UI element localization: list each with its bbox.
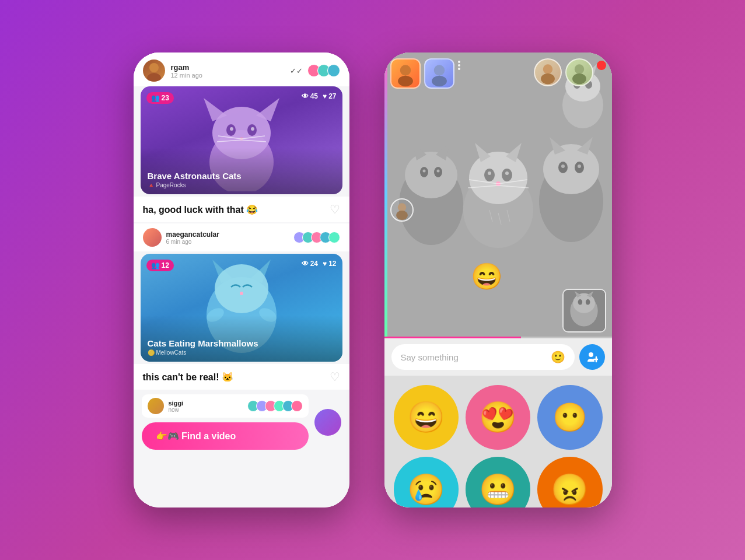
left-phone-screen: rgam 12 min ago ✓✓ xyxy=(134,52,349,508)
svg-point-24 xyxy=(405,152,457,198)
svg-point-63 xyxy=(433,65,444,75)
emoji-cry[interactable]: 😢 xyxy=(394,457,459,508)
heart-icon-2: ♥ xyxy=(323,260,327,268)
phones-container: rgam 12 min ago ✓✓ xyxy=(134,52,612,508)
emoji-weird[interactable]: 😬 xyxy=(466,457,530,508)
views-stat-1: 👁 45 xyxy=(302,92,318,100)
live-avatar-2 xyxy=(424,58,454,89)
subtitle-icon-1: 🔺 xyxy=(148,182,155,188)
feed-card-2[interactable]: 👥 12 👁 24 ♥ 12 Cats Ea xyxy=(141,254,342,362)
heart-icon-1: ♥ xyxy=(323,92,327,100)
svg-point-70 xyxy=(396,210,408,219)
badge-viewers-2: 👥 12 xyxy=(146,260,174,271)
comment-heart-2[interactable]: ♡ xyxy=(330,370,340,384)
top-right-avatars xyxy=(534,58,606,86)
emoji-angry[interactable]: 😠 xyxy=(537,457,602,508)
viewers-icon-2: 👥 xyxy=(151,261,160,270)
hearts-stat-1: ♥ 27 xyxy=(323,92,336,100)
feed-header: rgam 12 min ago ✓✓ xyxy=(134,52,349,86)
svg-point-68 xyxy=(572,74,586,84)
header-username: rgam xyxy=(171,63,284,72)
find-video-button[interactable]: 👉🎮 Find a video xyxy=(142,422,309,450)
svg-point-61 xyxy=(400,65,410,75)
badge-stats-1: 👁 45 ♥ 27 xyxy=(302,92,337,100)
card-title-2: Cats Eating Marshmallows xyxy=(148,338,258,348)
viewers-count-2: 12 xyxy=(162,261,169,270)
svg-point-1 xyxy=(147,73,161,82)
usertime-2: now xyxy=(169,407,184,413)
live-top-bar xyxy=(384,52,612,94)
bottom-left: siggi now 👉 xyxy=(142,394,309,450)
comment-text-2: this can't be real! 🐱 xyxy=(143,372,330,383)
card-subtitle-1: 🔺 PageRocks xyxy=(148,182,242,188)
emoji-love[interactable]: 😍 xyxy=(466,385,530,450)
eye-icon: 👁 xyxy=(302,92,309,100)
avatar-group xyxy=(307,64,340,77)
svg-point-37 xyxy=(488,172,491,175)
user-avatars-2 xyxy=(247,400,303,412)
card-subtitle-2: 🟡 MellowCats xyxy=(148,349,258,356)
svg-point-78 xyxy=(589,352,593,357)
emoji-grid: 😄 😍 😶 😢 😬 😠 xyxy=(384,376,612,508)
svg-point-77 xyxy=(585,299,590,304)
svg-point-18 xyxy=(215,264,268,313)
header-info: rgam 12 min ago xyxy=(171,63,284,79)
header-time: 12 min ago xyxy=(171,72,284,79)
feed-card-1[interactable]: 👥 23 👁 45 ♥ 27 xyxy=(141,86,342,194)
svg-point-76 xyxy=(578,299,582,304)
live-left-border xyxy=(384,52,387,338)
emoji-surprised[interactable]: 😶 xyxy=(537,385,602,450)
user-row-1: maegancatcular 6 min ago xyxy=(134,223,349,251)
svg-point-62 xyxy=(398,76,413,86)
add-people-button[interactable] xyxy=(579,344,605,370)
live-avatar-4 xyxy=(565,58,593,86)
emoji-picker-icon[interactable]: 🙂 xyxy=(551,350,565,364)
live-video: 😄 xyxy=(384,52,612,338)
svg-point-29 xyxy=(422,170,425,173)
emoji-laugh[interactable]: 😄 xyxy=(394,385,459,450)
svg-point-69 xyxy=(397,203,405,211)
live-red-dot xyxy=(597,61,606,70)
svg-point-73 xyxy=(573,293,595,313)
live-dots-menu xyxy=(458,61,460,70)
checkmark-icon: ✓✓ xyxy=(290,66,303,75)
svg-point-0 xyxy=(149,63,159,72)
svg-point-9 xyxy=(251,127,254,131)
user-info-2: siggi now xyxy=(169,400,184,413)
live-progress-fill xyxy=(384,337,521,338)
bottom-action-row: siggi now 👉 xyxy=(134,391,349,454)
card-title-1: Brave Astronauts Cats xyxy=(148,171,242,181)
left-phone: rgam 12 min ago ✓✓ xyxy=(134,52,349,508)
svg-point-8 xyxy=(230,127,233,131)
live-avatar-1 xyxy=(390,58,421,89)
svg-point-65 xyxy=(543,64,552,74)
ua-5 xyxy=(328,232,340,243)
say-something-input[interactable]: Say something 🙂 xyxy=(391,344,575,370)
svg-point-19 xyxy=(240,292,243,295)
hearts-stat-2: ♥ 12 xyxy=(323,260,336,268)
user-avatars-1 xyxy=(293,232,340,243)
comment-row-2: this can't be real! 🐱 ♡ xyxy=(134,364,349,390)
floating-emoji: 😄 xyxy=(471,261,503,292)
username-1: maegancatcular xyxy=(166,230,289,239)
user-avatar-1 xyxy=(143,228,162,247)
card-title-area-2: Cats Eating Marshmallows 🟡 MellowCats xyxy=(148,338,258,356)
bottom-user-avatar xyxy=(314,409,341,436)
views-stat-2: 👁 24 xyxy=(302,260,318,268)
svg-point-47 xyxy=(578,164,581,168)
eye-icon-2: 👁 xyxy=(302,260,309,268)
user-avatar-2 xyxy=(148,398,164,414)
side-avatar xyxy=(390,198,414,222)
user-row-2: siggi now xyxy=(142,394,309,418)
mini-avatar-3 xyxy=(327,64,340,77)
svg-point-64 xyxy=(432,76,447,86)
dot-3 xyxy=(458,68,460,70)
viewers-count-1: 23 xyxy=(162,94,169,102)
comment-row-1: ha, good luck with that 😂 ♡ xyxy=(134,197,349,222)
live-preview-thumb xyxy=(562,289,606,332)
right-phone: 😄 xyxy=(384,52,612,508)
dot-1 xyxy=(458,61,460,63)
svg-point-66 xyxy=(541,74,555,84)
comment-heart-1[interactable]: ♡ xyxy=(330,202,340,216)
live-progress-bar xyxy=(384,337,612,338)
